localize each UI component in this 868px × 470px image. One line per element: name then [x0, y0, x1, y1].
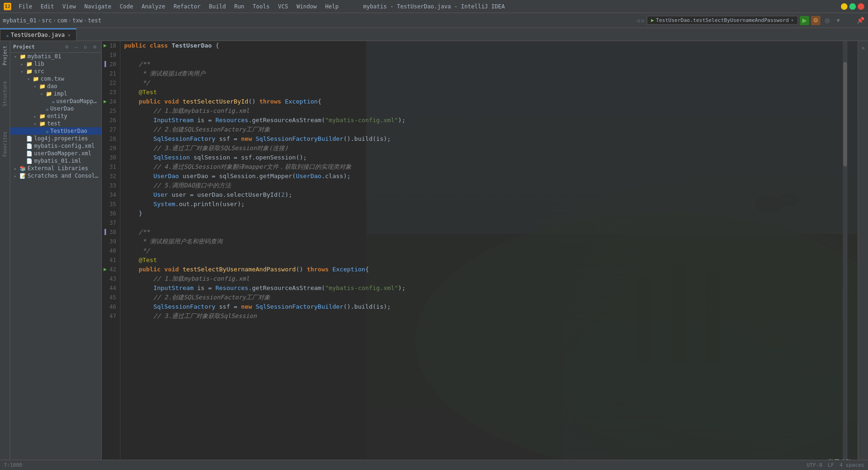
line-num-23: 23 — [104, 88, 116, 97]
project-tool-button[interactable]: Project — [1, 43, 8, 68]
line-num-19: 19 — [104, 50, 116, 60]
tree-item-14[interactable]: 📄mybatis_01.iml — [10, 157, 101, 165]
tree-item-10[interactable]: ☕TestUserDao — [10, 127, 101, 135]
menu-code[interactable]: Code — [116, 2, 137, 11]
tree-item-6[interactable]: ☕userDaoMapper — [10, 97, 101, 105]
line-num-30: 30 — [104, 153, 116, 162]
tree-item-7[interactable]: ☕UserDao — [10, 105, 101, 112]
tree-label-12: mybatis-config.xml — [34, 143, 95, 149]
debug-button[interactable]: ⚙ — [811, 16, 820, 25]
tree-item-1[interactable]: ▸📁lib — [10, 60, 101, 68]
menu-edit[interactable]: Edit — [37, 2, 58, 11]
menu-navigate[interactable]: Navigate — [81, 2, 115, 11]
menu-view[interactable]: View — [59, 2, 80, 11]
tab-close[interactable]: × — [68, 32, 71, 38]
nav-back[interactable]: ◁ — [637, 17, 640, 24]
line-num-29: 29 — [104, 144, 116, 153]
menu-tools[interactable]: Tools — [249, 2, 273, 11]
tree-item-12[interactable]: 📄mybatis-config.xml — [10, 142, 101, 150]
close-button[interactable] — [858, 3, 864, 10]
favorites-tool-button[interactable]: Favorites — [1, 129, 8, 159]
tree-icon-14: 📄 — [26, 158, 33, 164]
maximize-button[interactable] — [849, 3, 856, 10]
tree-label-3: com.txw — [41, 76, 64, 82]
bookmark-icon-20: ▌ — [105, 60, 108, 69]
tree-arrow-3: ▾ — [27, 76, 33, 82]
tree-item-15[interactable]: ▸📚External Libraries — [10, 165, 101, 172]
line-num-43: 43 — [104, 274, 116, 283]
run-config-dropdown[interactable]: ▶ TestUserDao.testSelectByUsernameAndPas… — [647, 16, 798, 25]
menu-vcs[interactable]: VCS — [274, 2, 292, 11]
code-line-33: // 5.调用DAO接口中的方法 — [124, 181, 858, 190]
vertical-scrollbar[interactable] — [843, 41, 847, 460]
gutter-run-icon-24[interactable]: ▶ — [104, 97, 107, 106]
line-num-24: ▶24 — [104, 97, 116, 106]
code-line-24: public void testSelectUserById() throws … — [124, 97, 858, 106]
code-line-34: User user = userDao.selectUserById(2); — [124, 190, 858, 200]
sidebar-header: Project ⚙ — ↻ ⚙ — [10, 41, 101, 53]
tree-item-9[interactable]: ▾📁test — [10, 120, 101, 127]
menu-analyze[interactable]: Analyze — [138, 2, 169, 11]
sidebar-sync-icon[interactable]: ↻ — [82, 43, 89, 50]
line-num-32: 32 — [104, 172, 116, 181]
tab-java-icon: ☕ — [6, 33, 9, 38]
line-num-40: 40 — [104, 246, 116, 256]
more-run-button[interactable]: ▾ — [833, 16, 843, 25]
code-line-26: InputStream is = Resources.getResourceAs… — [124, 116, 858, 125]
menu-window[interactable]: Window — [293, 2, 320, 11]
project-sidebar: Project ⚙ — ↻ ⚙ ▾📁mybatis_01▸📁lib▾📁src▾📁… — [10, 41, 102, 470]
tree-item-3[interactable]: ▾📁com.txw — [10, 75, 101, 83]
tree-arrow-5: ▾ — [40, 91, 46, 97]
tree-label-11: log4j.properties — [34, 135, 88, 142]
menu-help[interactable]: Help — [322, 2, 343, 11]
menu-refactor[interactable]: Refactor — [170, 2, 204, 11]
nav-forward[interactable]: ▷ — [642, 17, 645, 24]
tree-item-4[interactable]: ▾📁dao — [10, 83, 101, 90]
pin-button[interactable]: 📌 — [856, 16, 865, 25]
sidebar-collapse-icon[interactable]: — — [72, 43, 80, 50]
code-line-25: // 1.加载mybatis-config.xml — [124, 106, 858, 116]
sidebar-gear-icon[interactable]: ⚙ — [91, 43, 98, 50]
menu-build[interactable]: Build — [205, 2, 230, 11]
tab-testuserdao[interactable]: ☕ TestUserDao.java × — [0, 28, 77, 41]
line-num-45: 45 — [104, 293, 116, 302]
status-indent: 4 spaces — [840, 462, 864, 468]
coverage-button[interactable]: ◎ — [822, 16, 832, 25]
sidebar-title: Project — [13, 44, 61, 50]
tree-item-2[interactable]: ▾📁src — [10, 68, 101, 75]
code-line-27: // 2.创建SQLSessionFactory工厂对象 — [124, 125, 858, 134]
tree-item-8[interactable]: ▸📁entity — [10, 112, 101, 120]
tree-label-10: TestUserDao — [50, 128, 87, 134]
breadcrumb-test: test — [88, 17, 101, 24]
tree-item-5[interactable]: ▾📁impl — [10, 90, 101, 97]
tree-item-16[interactable]: ▸📝Scratches and Consoles — [10, 172, 101, 180]
line-num-35: 35 — [104, 200, 116, 209]
tree-item-13[interactable]: 📄userDaoMapper.xml — [10, 150, 101, 157]
gutter-run-icon-18[interactable]: ▶ — [104, 41, 107, 50]
window-controls[interactable] — [841, 3, 864, 10]
line-num-42: ▶42 — [104, 265, 116, 274]
minimize-button[interactable] — [841, 3, 847, 10]
structure-tool-button[interactable]: Structure — [1, 78, 8, 109]
right-panel-icon[interactable]: » — [860, 43, 867, 53]
code-line-39: * 测试根据用户名和密码查询 — [124, 237, 858, 246]
menu-file[interactable]: File — [15, 2, 36, 11]
sidebar-settings-icon[interactable]: ⚙ — [63, 43, 70, 50]
line-num-25: 25 — [104, 106, 116, 116]
code-content[interactable]: public class TestUserDao { /** * 测试根据id查… — [120, 41, 858, 470]
tree-icon-8: 📁 — [39, 113, 46, 119]
tree-label-7: UserDao — [50, 105, 74, 112]
tree-label-5: impl — [54, 90, 67, 97]
line-numbers: ▶1819▌20212223▶2425262728293031323334353… — [102, 41, 120, 470]
scrollbar-thumb[interactable] — [843, 62, 847, 167]
tree-item-0[interactable]: ▾📁mybatis_01 — [10, 53, 101, 60]
run-button[interactable]: ▶ — [800, 16, 809, 25]
tree-arrow-16: ▸ — [14, 173, 20, 179]
code-line-42: public void testSelectByUsernameAndPassw… — [124, 265, 858, 274]
tree-icon-0: 📁 — [20, 54, 26, 60]
menu-run[interactable]: Run — [231, 2, 248, 11]
code-line-20: /** — [124, 60, 858, 69]
code-line-19 — [124, 50, 858, 60]
gutter-run-icon-42[interactable]: ▶ — [104, 265, 107, 274]
tree-item-11[interactable]: 📄log4j.properties — [10, 135, 101, 142]
